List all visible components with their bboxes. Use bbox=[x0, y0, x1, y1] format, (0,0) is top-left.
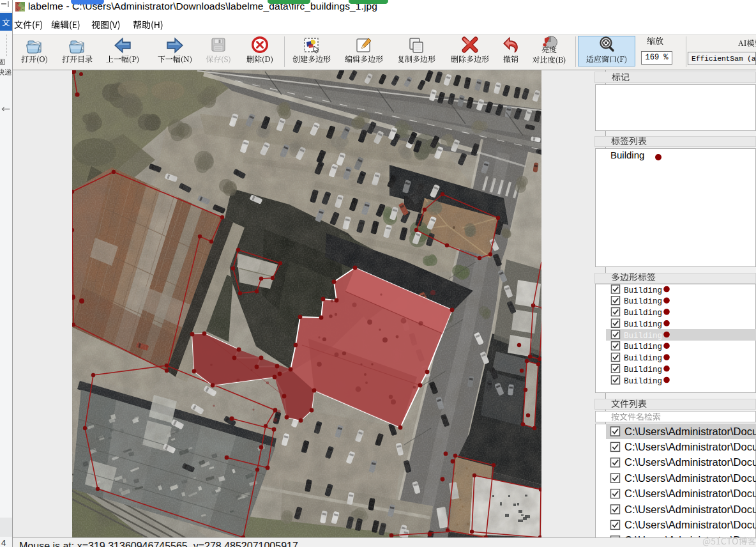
svg-text:Building: Building bbox=[624, 286, 662, 295]
svg-text:C:\Users\Administrator\Docume: C:\Users\Administrator\Docume bbox=[624, 426, 756, 437]
svg-text:Building: Building bbox=[624, 354, 662, 363]
svg-text:Building: Building bbox=[624, 343, 662, 351]
svg-text:Building: Building bbox=[624, 320, 662, 329]
svg-text:C:\Users\Administrator\Docume: C:\Users\Administrator\Docume bbox=[624, 488, 756, 499]
svg-text:Building: Building bbox=[624, 366, 662, 374]
svg-text:C:\Users\Administrator\Docume: C:\Users\Administrator\Docume bbox=[624, 472, 756, 484]
svg-text:Building: Building bbox=[624, 377, 662, 386]
svg-text:C:\Users\Administrator\Docume: C:\Users\Administrator\Docume bbox=[624, 441, 756, 452]
svg-text:Building: Building bbox=[624, 297, 662, 306]
svg-text:C:\Users\Administrator\Docume: C:\Users\Administrator\Docume bbox=[624, 504, 756, 515]
svg-text:Building: Building bbox=[624, 309, 662, 318]
svg-text:C:\Users\Administrator\Docume: C:\Users\Administrator\Docume bbox=[624, 519, 756, 530]
svg-text:C:\Users\Administrator\Docume: C:\Users\Administrator\Docume bbox=[624, 456, 756, 468]
svg-text:Building: Building bbox=[624, 332, 662, 341]
